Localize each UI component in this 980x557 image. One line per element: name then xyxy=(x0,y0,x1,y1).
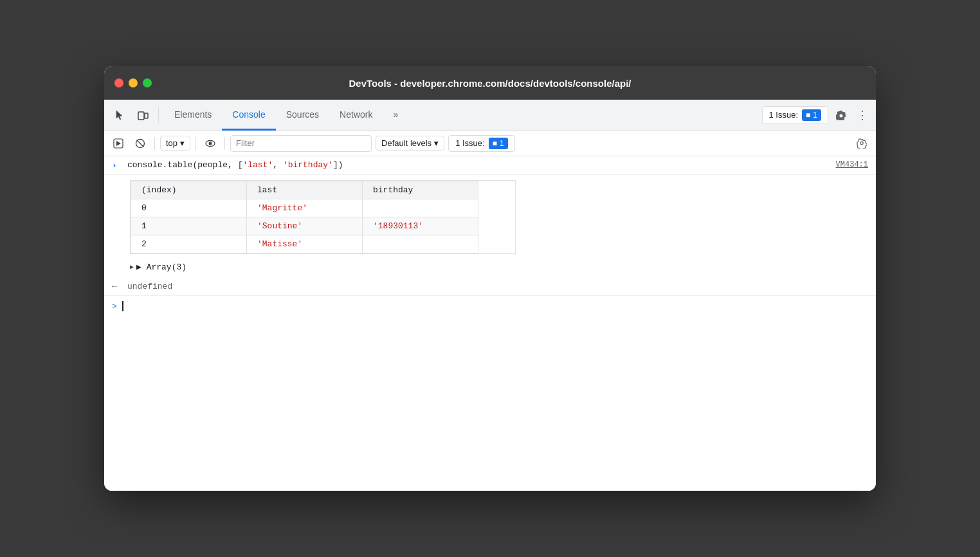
titlebar: DevTools - developer.chrome.com/docs/dev… xyxy=(104,66,876,100)
console-output: › console.table(people, ['last', 'birthd… xyxy=(104,156,876,491)
issues-button[interactable]: 1 Issue: ■ 1 xyxy=(762,106,828,124)
cell-index-2: 2 xyxy=(131,235,247,253)
issues-badge: ■ 1 xyxy=(802,109,821,121)
tab-sources[interactable]: Sources xyxy=(276,100,329,131)
log-levels-button[interactable]: Default levels ▾ xyxy=(376,136,444,151)
window-title: DevTools - developer.chrome.com/docs/dev… xyxy=(349,78,631,89)
svg-marker-4 xyxy=(116,141,121,146)
inspector-cursor-button[interactable] xyxy=(109,105,130,125)
context-selector[interactable]: top ▾ xyxy=(160,136,190,151)
prompt-arrow: > xyxy=(112,302,117,311)
console-divider-2 xyxy=(195,137,196,150)
console-issue-icon: ■ xyxy=(493,139,497,148)
console-table: (index) last birthday 0 'Magritte' 1 xyxy=(130,180,516,254)
cell-index-0: 0 xyxy=(131,199,247,217)
devtools-window: DevTools - developer.chrome.com/docs/dev… xyxy=(104,66,876,491)
vm-link[interactable]: VM434:1 xyxy=(836,160,868,169)
cell-birthday-2 xyxy=(363,235,478,253)
main-toolbar: Elements Console Sources Network » 1 Iss… xyxy=(104,100,876,131)
tab-bar: Elements Console Sources Network » xyxy=(164,100,759,130)
levels-label: Default levels xyxy=(381,138,431,148)
clear-console-button[interactable] xyxy=(131,134,149,152)
cell-last-0: 'Magritte' xyxy=(247,199,363,217)
string-birthday: 'birthday' xyxy=(283,160,333,170)
console-command-text: console.table(people, ['last', 'birthday… xyxy=(127,160,343,170)
string-last: 'last' xyxy=(242,160,273,170)
console-issues-label: 1 Issue: xyxy=(455,138,485,148)
result-arrow: ← xyxy=(112,282,122,291)
result-entry: ← undefined xyxy=(104,277,876,296)
maximize-button[interactable] xyxy=(143,78,152,87)
traffic-lights xyxy=(114,78,152,87)
svg-point-8 xyxy=(209,142,212,145)
svg-point-2 xyxy=(840,114,843,117)
close-button[interactable] xyxy=(114,78,123,87)
levels-arrow-icon: ▾ xyxy=(434,138,439,148)
prompt-indicator: > xyxy=(112,302,117,311)
tab-more[interactable]: » xyxy=(383,100,408,131)
cell-last-2: 'Matisse' xyxy=(247,235,363,253)
expand-arrow-icon: ▶ xyxy=(130,263,134,271)
console-issues-button[interactable]: 1 Issue: ■ 1 xyxy=(448,135,514,152)
col-header-index: (index) xyxy=(131,181,247,199)
table-row: 1 'Soutine' '18930113' xyxy=(131,217,478,235)
issue-icon: ■ xyxy=(806,111,810,120)
table-row: 0 'Magritte' xyxy=(131,199,478,217)
svg-rect-1 xyxy=(145,113,148,118)
array-expand[interactable]: ▶ ▶ Array(3) xyxy=(109,259,876,275)
cell-birthday-1: '18930113' xyxy=(363,217,478,235)
console-divider-3 xyxy=(224,137,225,150)
col-header-last: last xyxy=(247,181,363,199)
device-toolbar-button[interactable] xyxy=(132,105,153,125)
console-settings-button[interactable] xyxy=(853,134,871,152)
svg-rect-0 xyxy=(138,112,144,120)
cell-birthday-0 xyxy=(363,199,478,217)
data-table: (index) last birthday 0 'Magritte' 1 xyxy=(131,181,478,253)
eye-button[interactable] xyxy=(201,134,219,152)
issue-count: 1 xyxy=(813,111,817,120)
settings-button[interactable] xyxy=(831,105,851,125)
toolbar-divider-1 xyxy=(158,107,159,123)
svg-point-9 xyxy=(860,142,863,144)
console-divider-1 xyxy=(154,137,155,150)
console-prompt[interactable]: > xyxy=(104,296,876,316)
context-dropdown-arrow: ▾ xyxy=(180,138,185,148)
table-row: 2 'Matisse' xyxy=(131,235,478,253)
more-menu-button[interactable]: ⋮ xyxy=(854,105,871,125)
cell-index-1: 1 xyxy=(131,217,247,235)
minimize-button[interactable] xyxy=(129,78,138,87)
context-label: top xyxy=(166,138,177,148)
console-issue-count: 1 xyxy=(500,139,504,148)
issues-label: 1 Issue: xyxy=(769,110,799,120)
array-label: ▶ Array(3) xyxy=(136,262,186,272)
cell-last-1: 'Soutine' xyxy=(247,217,363,235)
cursor xyxy=(122,301,123,311)
console-command-entry: › console.table(people, ['last', 'birthd… xyxy=(104,156,876,175)
col-header-birthday: birthday xyxy=(363,181,478,199)
tab-network[interactable]: Network xyxy=(329,100,383,131)
tab-elements[interactable]: Elements xyxy=(164,100,222,131)
tab-console[interactable]: Console xyxy=(222,100,275,131)
command-arrow: › xyxy=(112,161,122,170)
execute-context-button[interactable] xyxy=(109,134,127,152)
filter-input[interactable] xyxy=(230,135,372,152)
svg-line-6 xyxy=(137,140,144,147)
table-output-container: (index) last birthday 0 'Magritte' 1 xyxy=(104,175,876,277)
console-toolbar: top ▾ Default levels ▾ 1 Issue: ■ 1 xyxy=(104,131,876,156)
console-issues-badge: ■ 1 xyxy=(489,138,508,149)
toolbar-right: 1 Issue: ■ 1 ⋮ xyxy=(762,105,871,125)
result-value: undefined xyxy=(127,282,172,291)
